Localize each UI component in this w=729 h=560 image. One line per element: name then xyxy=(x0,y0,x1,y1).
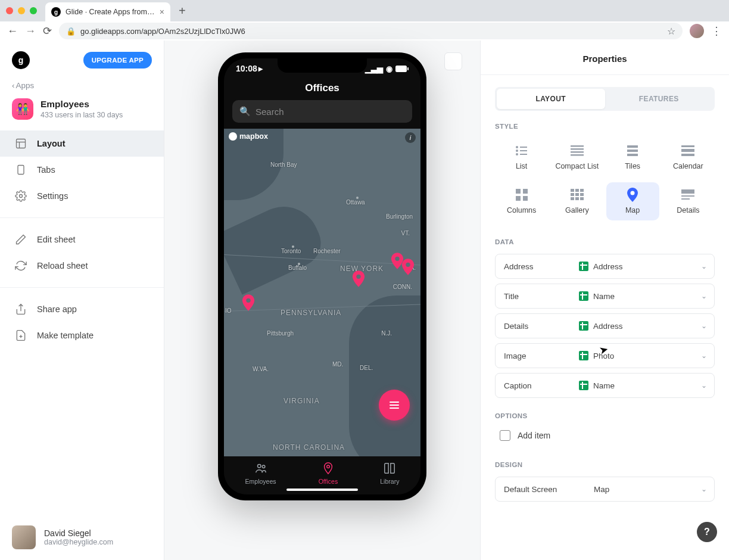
sidebar-item-edit-sheet[interactable]: Edit sheet xyxy=(0,226,164,253)
minimize-window-icon[interactable] xyxy=(18,7,25,14)
section-options: OPTIONS xyxy=(495,412,715,419)
style-compact-list[interactable]: Compact List xyxy=(550,138,603,176)
svg-point-4 xyxy=(20,195,23,198)
svg-rect-38 xyxy=(580,189,584,192)
mapbox-logo-icon xyxy=(229,132,237,141)
style-tiles[interactable]: Tiles xyxy=(606,138,659,176)
sidebar-item-share-app[interactable]: Share app xyxy=(0,296,164,322)
reload-icon[interactable]: ⟳ xyxy=(43,24,52,38)
tab-features[interactable]: FEATURES xyxy=(605,89,714,109)
back-icon[interactable]: ← xyxy=(7,25,18,38)
tiles-style-icon xyxy=(625,144,640,157)
chevron-down-icon: ⌄ xyxy=(701,322,707,330)
profile-avatar[interactable] xyxy=(690,24,704,38)
search-input[interactable]: 🔍 Search xyxy=(232,100,412,123)
style-map[interactable]: Map xyxy=(606,182,659,220)
map-view[interactable]: North Bay Ottawa Burlington VT. Toronto … xyxy=(224,129,420,456)
sidebar-item-make-template[interactable]: Make template xyxy=(0,322,164,349)
svg-rect-48 xyxy=(681,198,690,200)
divider xyxy=(481,74,729,75)
list-fab-button[interactable] xyxy=(379,390,410,421)
chevron-left-icon: ‹ xyxy=(12,81,15,90)
forward-icon[interactable]: → xyxy=(25,25,36,38)
user-email: david@heyglide.com xyxy=(44,538,113,546)
list-icon xyxy=(390,402,399,409)
sidebar-item-label: Share app xyxy=(37,304,77,314)
checkbox-icon[interactable] xyxy=(500,430,510,441)
maximize-window-icon[interactable] xyxy=(30,7,37,14)
user-footer[interactable]: David Siegel david@heyglide.com xyxy=(0,515,164,560)
data-row-caption[interactable]: Caption Name⌄ xyxy=(495,373,715,398)
browser-tab[interactable]: g Glide · Create Apps from Goog × xyxy=(45,2,170,21)
section-data: DATA xyxy=(495,238,715,245)
sidebar-item-reload-sheet[interactable]: Reload sheet xyxy=(0,253,164,279)
style-details[interactable]: Details xyxy=(662,182,715,220)
style-calendar[interactable]: Calendar xyxy=(662,138,715,176)
style-columns[interactable]: Columns xyxy=(495,182,548,220)
svg-point-9 xyxy=(246,298,250,303)
sidebar-item-label: Settings xyxy=(37,191,68,201)
option-add-item[interactable]: Add item xyxy=(495,428,715,443)
tab-favicon-icon: g xyxy=(51,7,61,17)
bookmark-star-icon[interactable]: ☆ xyxy=(667,26,675,37)
map-pin-icon[interactable] xyxy=(401,259,415,275)
svg-point-20 xyxy=(516,153,518,155)
svg-rect-30 xyxy=(681,149,694,152)
data-row-address[interactable]: Address Address⌄ xyxy=(495,254,715,279)
map-label: Ottawa xyxy=(346,199,365,206)
svg-point-16 xyxy=(516,146,518,148)
back-to-apps[interactable]: ‹ Apps xyxy=(0,69,164,98)
platform-toggle-apple[interactable] xyxy=(444,52,462,70)
new-tab-button[interactable]: + xyxy=(179,4,186,18)
map-pin-icon[interactable] xyxy=(352,270,365,287)
svg-rect-43 xyxy=(575,197,579,200)
sidebar-item-tabs[interactable]: Tabs xyxy=(0,157,164,183)
window-controls[interactable] xyxy=(6,7,37,14)
tab-offices[interactable]: Offices xyxy=(319,462,338,485)
chevron-down-icon: ⌄ xyxy=(701,351,707,360)
tab-library[interactable]: Library xyxy=(380,462,399,485)
list-style-icon xyxy=(514,144,529,157)
data-label: Address xyxy=(496,262,579,271)
style-list[interactable]: List xyxy=(495,138,548,176)
svg-rect-25 xyxy=(571,154,584,156)
svg-point-14 xyxy=(262,465,265,468)
help-button[interactable]: ? xyxy=(697,522,717,542)
map-label: MD. xyxy=(332,361,343,368)
upgrade-button[interactable]: UPGRADE APP xyxy=(83,52,152,69)
svg-rect-31 xyxy=(681,154,694,156)
close-window-icon[interactable] xyxy=(6,7,13,14)
properties-title: Properties xyxy=(495,41,715,74)
data-row-details[interactable]: Details Address⌄ xyxy=(495,313,715,338)
tab-employees[interactable]: Employees xyxy=(245,462,276,485)
close-tab-icon[interactable]: × xyxy=(160,7,164,17)
address-bar[interactable]: 🔒 go.glideapps.com/app/OAm2s2UzjLlDcTlx0… xyxy=(59,23,683,39)
map-info-icon[interactable]: i xyxy=(405,132,416,143)
map-label: Toronto xyxy=(281,248,301,254)
battery-icon xyxy=(395,66,409,72)
design-default-screen[interactable]: Default Screen Map⌄ xyxy=(495,477,715,502)
home-indicator[interactable] xyxy=(286,489,358,491)
gear-icon xyxy=(14,190,27,202)
map-label: VIRGINIA xyxy=(284,397,320,405)
sidebar-item-layout[interactable]: Layout xyxy=(0,130,164,157)
data-value: Name xyxy=(593,292,615,301)
sheet-icon xyxy=(579,291,588,301)
data-row-title[interactable]: Title Name⌄ xyxy=(495,284,715,309)
map-pin-icon[interactable] xyxy=(242,294,255,311)
sidebar-item-settings[interactable]: Settings xyxy=(0,183,164,209)
style-label: Columns xyxy=(507,206,536,214)
style-label: Tiles xyxy=(625,162,640,170)
tab-layout[interactable]: LAYOUT xyxy=(497,89,605,109)
svg-point-18 xyxy=(516,150,518,152)
map-label: DEL. xyxy=(360,365,373,371)
app-header[interactable]: 👫 Employees 433 users in last 30 days xyxy=(0,98,164,130)
chevron-down-icon: ⌄ xyxy=(701,381,707,390)
properties-tabs: LAYOUT FEATURES xyxy=(495,87,715,111)
kebab-menu-icon[interactable]: ⋮ xyxy=(711,24,722,38)
app-subtitle: 433 users in last 30 days xyxy=(40,111,123,119)
map-label: NORTH CAROLINA xyxy=(273,443,345,452)
style-gallery[interactable]: Gallery xyxy=(550,182,603,220)
svg-rect-27 xyxy=(627,150,638,152)
glide-logo-icon[interactable]: g xyxy=(12,51,30,69)
